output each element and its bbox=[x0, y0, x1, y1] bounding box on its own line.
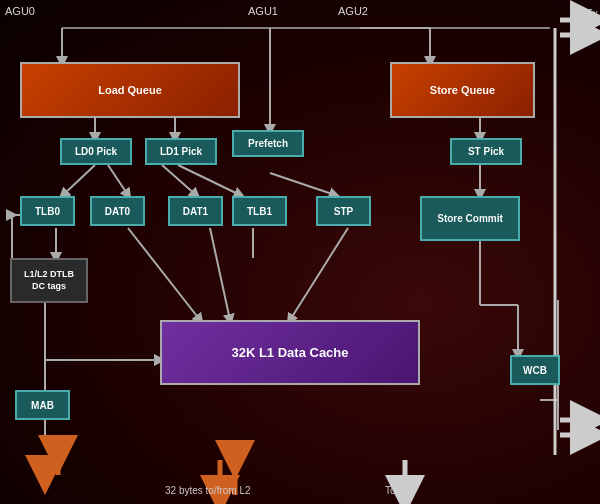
diagram: AGU0 AGU1 AGU2 To Ex To FP To L2 32 byte… bbox=[0, 0, 600, 504]
st-pick-box: ST Pick bbox=[450, 138, 522, 165]
ld1-pick-label: LD1 Pick bbox=[160, 146, 202, 157]
svg-line-8 bbox=[63, 165, 95, 195]
store-commit-box: Store Commit bbox=[420, 196, 520, 241]
wcb-box: WCB bbox=[510, 355, 560, 385]
store-queue-box: Store Queue bbox=[390, 62, 535, 118]
label-agu2: AGU2 bbox=[338, 5, 368, 17]
svg-line-10 bbox=[162, 165, 196, 195]
l1l2-dtlb-label: L1/L2 DTLB DC tags bbox=[24, 269, 74, 292]
tlb1-box: TLB1 bbox=[232, 196, 287, 226]
ld1-pick-box: LD1 Pick bbox=[145, 138, 217, 165]
data-cache-box: 32K L1 Data Cache bbox=[160, 320, 420, 385]
ld0-pick-box: LD0 Pick bbox=[60, 138, 132, 165]
data-cache-label: 32K L1 Data Cache bbox=[231, 345, 348, 360]
label-agu1: AGU1 bbox=[248, 5, 278, 17]
ld0-pick-label: LD0 Pick bbox=[75, 146, 117, 157]
stp-label: STP bbox=[334, 206, 353, 217]
mab-label: MAB bbox=[31, 400, 54, 411]
svg-line-11 bbox=[178, 165, 240, 195]
mab-box: MAB bbox=[15, 390, 70, 420]
label-32bytes: 32 bytes to/from L2 bbox=[165, 485, 251, 496]
svg-line-9 bbox=[108, 165, 128, 195]
wcb-label: WCB bbox=[523, 365, 547, 376]
store-queue-label: Store Queue bbox=[430, 84, 495, 96]
label-agu0: AGU0 bbox=[5, 5, 35, 17]
svg-line-17 bbox=[210, 228, 230, 320]
svg-line-12 bbox=[270, 173, 335, 195]
l1l2-dtlb-box: L1/L2 DTLB DC tags bbox=[10, 258, 88, 303]
label-to-l2: To L2 bbox=[385, 485, 409, 496]
svg-line-19 bbox=[290, 228, 348, 320]
label-to-ex: To Ex bbox=[573, 8, 598, 19]
st-pick-label: ST Pick bbox=[468, 146, 504, 157]
load-queue-box: Load Queue bbox=[20, 62, 240, 118]
svg-line-16 bbox=[128, 228, 200, 320]
dat1-label: DAT1 bbox=[183, 206, 208, 217]
tlb1-label: TLB1 bbox=[247, 206, 272, 217]
dat0-label: DAT0 bbox=[105, 206, 130, 217]
load-queue-label: Load Queue bbox=[98, 84, 162, 96]
dat0-box: DAT0 bbox=[90, 196, 145, 226]
prefetch-box: Prefetch bbox=[232, 130, 304, 157]
label-to-fp: To FP bbox=[572, 412, 598, 423]
store-commit-label: Store Commit bbox=[437, 213, 503, 224]
dat1-box: DAT1 bbox=[168, 196, 223, 226]
tlb0-label: TLB0 bbox=[35, 206, 60, 217]
tlb0-box: TLB0 bbox=[20, 196, 75, 226]
stp-box: STP bbox=[316, 196, 371, 226]
prefetch-label: Prefetch bbox=[248, 138, 288, 149]
